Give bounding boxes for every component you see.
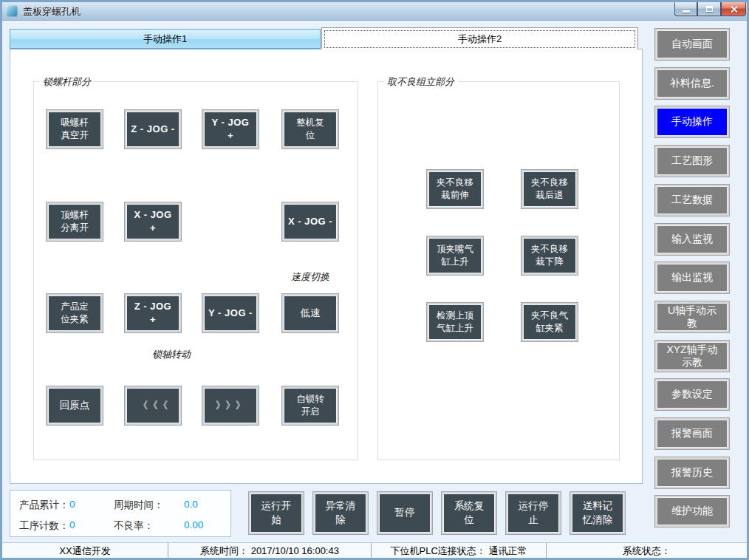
sidebar-item-alarm-history[interactable]: 报警历史 <box>655 457 729 488</box>
status-plc-connection: 下位机PLC连接状态： 通讯正常 <box>371 543 546 559</box>
close-icon <box>730 5 738 13</box>
product-total-label: 产品累计： <box>19 499 69 512</box>
z-jog-minus-button[interactable]: Z - JOG - <box>125 110 181 148</box>
run-start-button[interactable]: 运行开 始 <box>249 492 304 534</box>
close-button[interactable] <box>721 2 746 16</box>
sidebar-item-xyz-axis-teach[interactable]: XYZ轴手动 示教 <box>655 341 729 372</box>
group-lock-screw-title: 锁螺杆部分 <box>40 75 94 89</box>
sidebar-item-manual-operation[interactable]: 手动操作 <box>655 106 729 137</box>
low-speed-button[interactable]: 低速 <box>282 294 338 332</box>
sidebar-item-u-axis-teach[interactable]: U轴手动示 教 <box>655 301 729 332</box>
minimize-button[interactable] <box>674 2 697 16</box>
self-lock-rotate-open-button[interactable]: 自锁转 开启 <box>282 386 338 425</box>
y-jog-minus-button[interactable]: Y - JOG - <box>202 294 259 332</box>
push-screw-separate-button[interactable]: 顶螺杆 分离开 <box>47 202 103 241</box>
cycle-time-label: 周期时间： <box>114 499 164 512</box>
process-count-label: 工序计数： <box>19 519 69 533</box>
machine-reset-button[interactable]: 整机复 位 <box>282 110 338 148</box>
app-window: 盖板穿螺孔机 手动操作1 手动操作2 锁螺杆部分 吸螺杆 真空开 Z - JOG… <box>0 0 749 560</box>
caption-buttons <box>674 2 746 16</box>
clamp-defect-transfer-down-button[interactable]: 夹不良移 栽下降 <box>521 236 578 275</box>
status-company: XX通信开发 <box>2 543 168 559</box>
app-icon <box>6 5 18 17</box>
detect-top-cylinder-up-button[interactable]: 检测上顶 气缸上升 <box>427 303 483 341</box>
speed-switch-label: 速度切换 <box>282 270 338 284</box>
window-title: 盖板穿螺孔机 <box>23 5 81 18</box>
process-count-value: 0 <box>69 519 75 530</box>
sidebar-item-process-data[interactable]: 工艺数据 <box>655 185 729 216</box>
system-reset-button[interactable]: 系统复 位 <box>442 492 496 534</box>
error-clear-button[interactable]: 异常清 除 <box>313 492 368 534</box>
maximize-button[interactable] <box>697 2 721 16</box>
home-position-button[interactable]: 回原点 <box>47 386 103 425</box>
run-stop-button[interactable]: 运行停 止 <box>506 492 561 534</box>
status-system-time: 系统时间： 2017/10/10 16:00:43 <box>168 543 371 559</box>
sidebar-item-maintenance[interactable]: 维护功能 <box>655 496 729 527</box>
sidebar-item-process-graphic[interactable]: 工艺图形 <box>655 146 729 177</box>
sidebar-item-refill-info[interactable]: 补料信息. <box>655 68 729 99</box>
defect-rate-label: 不良率： <box>114 519 154 533</box>
defect-rate-value: 0.00 <box>184 519 203 530</box>
maximize-icon <box>706 6 713 12</box>
x-jog-minus-button[interactable]: X - JOG - <box>282 202 338 241</box>
rotate-left-button[interactable]: 《《《 <box>125 386 181 425</box>
suck-screw-vacuum-open-button[interactable]: 吸螺杆 真空开 <box>47 110 103 148</box>
sidebar-item-parameter-set[interactable]: 参数设定 <box>655 379 729 410</box>
status-bar: XX通信开发 系统时间： 2017/10/10 16:00:43 下位机PLC连… <box>2 542 747 558</box>
title-bar: 盖板穿螺孔机 <box>2 2 747 21</box>
clamp-defect-transfer-back-button[interactable]: 夹不良移 栽后退 <box>521 170 578 208</box>
sidebar-item-input-monitor[interactable]: 输入监视 <box>655 224 729 255</box>
group-lock-screw: 锁螺杆部分 吸螺杆 真空开 Z - JOG - Y - JOG + 整机复 位 … <box>33 81 358 460</box>
tab-manual-operation-1[interactable]: 手动操作1 <box>10 29 321 49</box>
product-position-clamp-button[interactable]: 产品定 位夹紧 <box>47 294 103 332</box>
x-jog-plus-button[interactable]: X - JOG + <box>125 202 181 241</box>
y-jog-plus-button[interactable]: Y - JOG + <box>202 110 259 148</box>
minimize-icon <box>683 10 690 13</box>
feed-memory-clear-button[interactable]: 送料记 忆清除 <box>570 492 625 534</box>
production-stats-panel: 产品累计： 0 周期时间： 0.0 工序计数： 0 不良率： 0.00 <box>10 490 231 537</box>
product-total-value: 0 <box>69 499 75 510</box>
sidebar-item-alarm-screen[interactable]: 报警画面 <box>655 418 729 449</box>
status-system-state: 系统状态： <box>546 543 747 559</box>
clamp-defect-transfer-forward-button[interactable]: 夹不良移 栽前伸 <box>427 170 483 208</box>
z-jog-plus-button[interactable]: Z - JOG + <box>125 294 181 332</box>
tab-manual-operation-2-label: 手动操作2 <box>324 30 635 48</box>
tab-manual-operation-2[interactable]: 手动操作2 <box>321 27 638 49</box>
clamp-defect-cylinder-clamp-button[interactable]: 夹不良气 缸夹紧 <box>521 303 578 341</box>
pause-button[interactable]: 暂停 <box>377 492 432 534</box>
sidebar-item-auto-screen[interactable]: 自动画面 <box>655 29 729 60</box>
rotate-right-button[interactable]: 》》》 <box>202 386 259 425</box>
sidebar-item-output-monitor[interactable]: 输出监视 <box>655 262 729 293</box>
group-defect-assembly-title: 取不良组立部分 <box>384 75 457 89</box>
top-clamp-nozzle-cylinder-up-button[interactable]: 顶夹嘴气 缸上升 <box>427 236 483 275</box>
cycle-time-value: 0.0 <box>184 499 198 510</box>
group-defect-assembly: 取不良组立部分 夹不良移 栽前伸 夹不良移 栽后退 顶夹嘴气 缸上升 夹不良移 … <box>377 81 620 460</box>
lock-axis-rotate-label: 锁轴转动 <box>125 348 218 361</box>
